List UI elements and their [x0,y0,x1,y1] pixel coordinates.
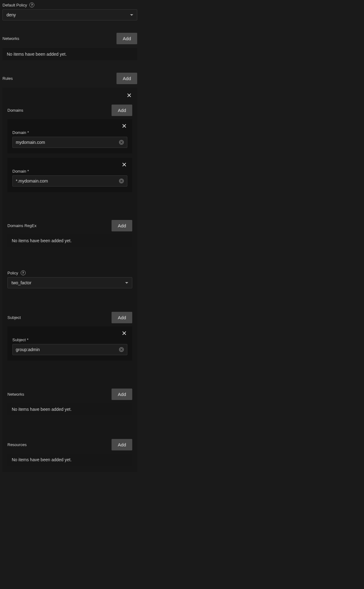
policy-value: two_factor [11,280,125,285]
subject-input[interactable] [16,347,119,352]
add-domains-regex-button[interactable]: Add [112,220,132,231]
close-icon[interactable] [126,92,132,98]
domains-regex-empty-message: No items have been added yet. [7,234,132,247]
default-policy-value: deny [6,12,130,17]
add-rule-network-button[interactable]: Add [112,389,132,400]
domains-regex-label: Domains RegEx [7,223,36,228]
policy-label: Policy [7,271,18,275]
add-resource-button[interactable]: Add [112,439,132,450]
rules-label: Rules [2,76,13,81]
subject-label: Subject [7,315,21,320]
help-icon[interactable]: ? [29,2,34,7]
resources-label: Resources [7,442,27,447]
rules-section: Rules Add Domains Add [2,73,137,472]
add-subject-button[interactable]: Add [112,312,132,323]
help-icon[interactable]: ? [21,270,26,275]
resources-empty-message: No items have been added yet. [7,454,132,466]
close-icon[interactable] [121,330,127,336]
add-rule-button[interactable]: Add [116,73,137,84]
domains-label: Domains [7,108,23,113]
subject-field-label: Subject * [12,337,28,342]
close-icon[interactable] [121,123,127,129]
default-policy-select[interactable]: deny [2,9,137,20]
domain-input-wrap [12,137,127,148]
subject-item: Subject * [7,326,132,361]
add-network-button[interactable]: Add [116,33,137,44]
policy-section: Policy ? two_factor [7,270,132,288]
clear-icon[interactable] [119,347,124,352]
subject-input-wrap [12,344,127,355]
chevron-down-icon [130,14,133,16]
rule-networks-section: Networks Add No items have been added ye… [7,389,132,415]
clear-icon[interactable] [119,140,124,145]
domain-field-label: Domain * [12,169,29,174]
domain-item: Domain * [7,158,132,192]
domain-input-wrap [12,175,127,187]
domain-item: Domain * [7,119,132,153]
networks-section: Networks Add No items have been added ye… [2,33,137,60]
policy-select[interactable]: two_factor [7,277,132,288]
domain-input[interactable] [16,140,119,145]
clear-icon[interactable] [119,178,124,183]
networks-empty-message: No items have been added yet. [2,48,137,60]
domain-input[interactable] [16,178,119,183]
default-policy-group: Default Policy ? deny [2,2,137,20]
chevron-down-icon [125,282,128,284]
rule-networks-empty-message: No items have been added yet. [7,403,132,415]
rule-networks-label: Networks [7,392,24,397]
resources-section: Resources Add No items have been added y… [7,439,132,466]
close-icon[interactable] [121,161,127,168]
domain-field-label: Domain * [12,130,29,135]
rule-card: Domains Add Domain * [2,88,137,472]
default-policy-label: Default Policy [2,3,27,7]
networks-label: Networks [2,36,19,41]
domains-regex-section: Domains RegEx Add No items have been add… [7,220,132,247]
domains-section: Domains Add Domain * [7,105,132,192]
add-domain-button[interactable]: Add [112,105,132,116]
subject-section: Subject Add Subject * [7,312,132,361]
